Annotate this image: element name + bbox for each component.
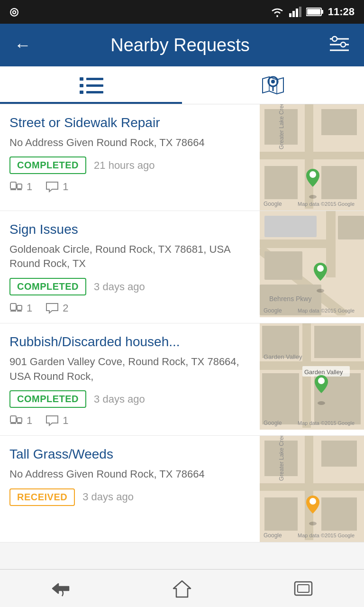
svg-rect-2 [296, 9, 298, 17]
page-title: Nearby Requests [110, 35, 250, 55]
svg-text:Map data ©2015 Google: Map data ©2015 Google [298, 308, 355, 313]
svg-rect-6 [307, 9, 320, 15]
svg-rect-78 [264, 497, 298, 531]
votes-count: 1 [9, 302, 32, 314]
home-nav-icon [172, 579, 192, 598]
comments-icon [46, 181, 59, 193]
svg-point-52 [317, 265, 324, 272]
votes-value: 1 [27, 302, 32, 314]
request-status-row: COMPLETED 21 hours ago [9, 156, 250, 174]
request-address: No Address Given Round Rock, TX 78664 [9, 136, 250, 150]
svg-rect-3 [299, 7, 301, 17]
svg-text:Garden Valley: Garden Valley [264, 353, 302, 360]
svg-point-36 [309, 171, 316, 178]
comments-value: 1 [63, 414, 68, 427]
wifi-icon [270, 7, 284, 17]
home-nav-button[interactable] [163, 574, 201, 603]
time-ago: 21 hours ago [94, 159, 155, 172]
tab-bar [0, 66, 364, 104]
votes-icon [9, 415, 23, 426]
svg-rect-5 [321, 10, 323, 14]
svg-rect-75 [260, 483, 364, 491]
svg-rect-77 [321, 441, 357, 467]
comments-count: 1 [46, 414, 68, 427]
svg-rect-31 [321, 109, 357, 135]
map-thumbnail: Behrens Pkwy Google Map data ©2015 Googl… [260, 211, 364, 317]
svg-rect-63 [314, 326, 361, 358]
request-title: Tall Grass/Weeds [9, 446, 250, 462]
svg-rect-40 [17, 305, 22, 310]
request-meta: 1 1 [9, 181, 250, 193]
status-badge: COMPLETED [9, 390, 86, 408]
battery-icon [306, 7, 323, 17]
votes-icon [9, 303, 23, 314]
svg-text:Map data ©2015 Google: Map data ©2015 Google [298, 201, 355, 207]
request-status-row: RECEIVED 3 days ago [9, 488, 250, 506]
time-ago: 3 days ago [82, 491, 134, 503]
svg-text:Garden Valley: Garden Valley [304, 368, 343, 376]
request-info: Street or Sidewalk Repair No Address Giv… [0, 104, 260, 211]
comments-value: 2 [63, 302, 68, 314]
svg-rect-15 [80, 77, 83, 81]
svg-rect-86 [298, 585, 309, 592]
svg-point-35 [309, 195, 317, 199]
svg-rect-0 [289, 13, 291, 17]
svg-rect-24 [17, 184, 22, 189]
map-view-icon [261, 74, 285, 97]
map-thumbnail: Garden Valley Garden Valley Google Map d… [260, 323, 364, 430]
request-title: Sign Issues [9, 221, 250, 238]
list-item[interactable]: Tall Grass/Weeds No Address Given Round … [0, 436, 364, 543]
filter-button[interactable] [324, 30, 355, 60]
svg-rect-23 [10, 182, 16, 189]
signal-icon [289, 7, 301, 17]
comments-count: 2 [46, 302, 68, 314]
back-button[interactable]: ← [9, 30, 36, 60]
svg-rect-49 [338, 216, 364, 239]
svg-text:Greater Lake Creek Trail: Greater Lake Creek Trail [278, 104, 285, 149]
list-view-icon [79, 75, 103, 96]
list-item[interactable]: Rubbish/Discarded househ... 901 Garden V… [0, 323, 364, 436]
svg-rect-14 [86, 91, 103, 93]
app-bar: ← Nearby Requests [0, 24, 364, 66]
filter-icon [329, 35, 350, 52]
request-info: Rubbish/Discarded househ... 901 Garden V… [0, 323, 260, 435]
svg-rect-32 [264, 166, 298, 199]
request-meta: 1 2 [9, 302, 250, 314]
svg-rect-12 [86, 78, 103, 80]
status-right: 11:28 [270, 6, 355, 18]
svg-point-10 [332, 37, 337, 41]
time-ago: 3 days ago [94, 393, 145, 405]
svg-rect-13 [86, 84, 103, 87]
svg-text:Behrens Pkwy: Behrens Pkwy [269, 295, 311, 303]
svg-rect-17 [80, 91, 83, 94]
request-address: Goldenoak Circle, Round Rock, TX 78681, … [9, 242, 250, 272]
svg-rect-33 [321, 166, 357, 199]
back-nav-button[interactable] [42, 574, 80, 603]
svg-rect-1 [292, 11, 295, 17]
svg-text:Greater Lake Creek Trail: Greater Lake Creek Trail [278, 436, 285, 481]
status-badge: COMPLETED [9, 156, 86, 174]
svg-rect-64 [262, 373, 299, 424]
svg-point-69 [318, 401, 325, 405]
tab-list[interactable] [0, 66, 182, 104]
votes-value: 1 [27, 181, 32, 193]
comments-count: 1 [46, 181, 68, 193]
svg-point-11 [341, 42, 346, 47]
svg-point-70 [318, 377, 325, 384]
tab-map[interactable] [182, 66, 364, 104]
svg-rect-79 [321, 497, 357, 531]
request-meta: 1 1 [9, 414, 250, 427]
svg-rect-46 [264, 216, 317, 237]
comments-icon [46, 415, 59, 426]
status-badge: RECEIVED [9, 488, 75, 506]
svg-rect-29 [260, 152, 364, 159]
svg-text:Google: Google [264, 307, 282, 314]
request-address: 901 Garden Valley Cove, Round Rock, TX 7… [9, 355, 250, 384]
map-thumbnail: Greater Lake Creek Trail Google Map data… [260, 436, 364, 542]
recent-nav-button[interactable] [284, 574, 322, 603]
list-item[interactable]: Sign Issues Goldenoak Circle, Round Rock… [0, 211, 364, 323]
location-icon: ◎ [9, 6, 18, 18]
status-badge: COMPLETED [9, 278, 86, 295]
votes-icon [9, 181, 23, 193]
list-item[interactable]: Street or Sidewalk Repair No Address Giv… [0, 104, 364, 211]
